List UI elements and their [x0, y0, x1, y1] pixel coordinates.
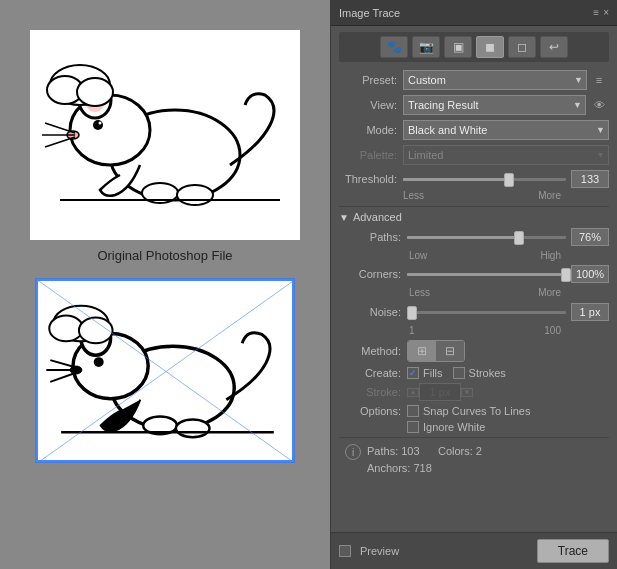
info-text: Paths: 103 Colors: 2 Anchors: 718: [367, 443, 482, 476]
threshold-thumb[interactable]: [504, 173, 514, 187]
noise-value[interactable]: 1 px: [571, 303, 609, 321]
preview-check: Preview: [339, 545, 399, 557]
original-label: Original Photoshop File: [97, 248, 232, 263]
strokes-checkbox[interactable]: [453, 367, 465, 379]
svg-point-15: [77, 78, 113, 106]
threshold-fill: [403, 178, 509, 181]
preset-dropdown-arrow: ▼: [574, 75, 583, 85]
preview-checkbox[interactable]: [339, 545, 351, 557]
toolbar-icon-outline[interactable]: ◻: [508, 36, 536, 58]
svg-point-12: [177, 185, 213, 205]
paths-track: [407, 236, 566, 239]
selection-overlay: [36, 279, 294, 462]
svg-point-24: [70, 366, 82, 374]
preset-menu-icon[interactable]: ≡: [589, 70, 609, 90]
corners-fill: [407, 273, 566, 276]
svg-line-25: [50, 360, 78, 368]
colors-info-label: Colors:: [438, 445, 473, 457]
threshold-less: Less: [403, 190, 424, 201]
toolbar-icon-trace[interactable]: 🐾: [380, 36, 408, 58]
noise-label: Noise:: [347, 306, 401, 318]
corners-slider-container[interactable]: [407, 267, 566, 281]
paths-low: Low: [409, 250, 427, 261]
fills-label: Fills: [423, 367, 443, 379]
noise-slider-container[interactable]: [407, 305, 566, 319]
preset-row: Preset: Custom ▼ ≡: [339, 70, 609, 90]
toolbar-icon-revert[interactable]: ↩: [540, 36, 568, 58]
stroke-spin-down: ▼: [461, 388, 473, 397]
preset-label: Preset:: [339, 74, 397, 86]
svg-point-20: [112, 346, 235, 429]
paths-label: Paths:: [347, 231, 401, 243]
image-trace-panel: Image Trace ≡ × 🐾 📷 ▣ ◼ ◻ ↩ Preset: Cust…: [330, 0, 617, 569]
svg-point-32: [79, 318, 113, 344]
threshold-value[interactable]: 133: [571, 170, 609, 188]
canvas-area: Original Photoshop File: [0, 0, 330, 569]
stroke-spin-up: ▲: [407, 388, 419, 397]
mode-dropdown-arrow: ▼: [596, 125, 605, 135]
svg-point-5: [93, 120, 103, 130]
view-row: View: Tracing Result ▼ 👁: [339, 95, 609, 115]
ignore-white-checkbox[interactable]: [407, 421, 419, 433]
palette-value: Limited: [408, 149, 443, 161]
svg-point-29: [176, 419, 210, 437]
original-image-container: [30, 30, 300, 240]
anchors-info-value: 718: [413, 462, 431, 474]
create-row: Create: Fills Strokes: [339, 367, 609, 379]
advanced-triangle-icon: ▼: [339, 212, 349, 223]
corners-track: [407, 273, 566, 276]
anchors-info-label: Anchors:: [367, 462, 410, 474]
svg-point-22: [81, 322, 111, 356]
paths-thumb[interactable]: [514, 231, 524, 245]
corners-less-more: Less More: [339, 287, 609, 298]
bottom-bar: Preview Trace: [331, 532, 617, 569]
toolbar-icon-black[interactable]: ◼: [476, 36, 504, 58]
info-row: i Paths: 103 Colors: 2 Anchors: 718: [339, 437, 609, 481]
corners-label: Corners:: [347, 268, 401, 280]
paths-info-value: 103: [401, 445, 419, 457]
corners-less: Less: [409, 287, 430, 298]
mode-value: Black and White: [408, 124, 487, 136]
advanced-header[interactable]: ▼ Advanced: [339, 211, 609, 223]
svg-point-30: [53, 306, 108, 342]
view-dropdown[interactable]: Tracing Result ▼: [403, 95, 586, 115]
advanced-label: Advanced: [353, 211, 402, 223]
ignore-white-label: Ignore White: [423, 421, 485, 433]
svg-rect-19: [36, 279, 293, 462]
mode-dropdown[interactable]: Black and White ▼: [403, 120, 609, 140]
method-overlapping-btn[interactable]: ⊟: [436, 341, 464, 361]
method-row: Method: ⊞ ⊟: [339, 340, 609, 362]
toolbar-row: 🐾 📷 ▣ ◼ ◻ ↩: [339, 32, 609, 62]
panel-menu-icon[interactable]: ≡: [593, 7, 599, 18]
method-label: Method:: [347, 345, 401, 357]
method-abutting-btn[interactable]: ⊞: [408, 341, 436, 361]
corners-more: More: [538, 287, 561, 298]
panel-close-icons: ≡ ×: [593, 7, 609, 18]
preset-dropdown[interactable]: Custom ▼: [403, 70, 587, 90]
trace-button[interactable]: Trace: [537, 539, 609, 563]
svg-point-31: [49, 316, 83, 342]
threshold-slider-container[interactable]: [403, 172, 566, 186]
svg-point-23: [94, 357, 104, 367]
toolbar-icon-bw[interactable]: ▣: [444, 36, 472, 58]
paths-slider-container[interactable]: [407, 230, 566, 244]
noise-track: [407, 311, 566, 314]
options-label: Options:: [347, 405, 401, 417]
corners-value[interactable]: 100%: [571, 265, 609, 283]
noise-min-max: 1 100: [339, 325, 609, 336]
divider1: [339, 206, 609, 207]
traced-image-svg: [36, 279, 294, 462]
toolbar-icon-photo[interactable]: 📷: [412, 36, 440, 58]
corners-thumb[interactable]: [561, 268, 571, 282]
traced-image-container: [35, 278, 295, 463]
paths-value[interactable]: 76%: [571, 228, 609, 246]
panel-titlebar: Image Trace ≡ ×: [331, 0, 617, 26]
fills-checkbox[interactable]: [407, 367, 419, 379]
corners-row: Corners: 100%: [339, 265, 609, 283]
view-dropdown-arrow: ▼: [573, 100, 582, 110]
view-eye-icon[interactable]: 👁: [589, 95, 609, 115]
threshold-row: Threshold: 133: [339, 170, 609, 188]
noise-thumb[interactable]: [407, 306, 417, 320]
snap-curves-checkbox[interactable]: [407, 405, 419, 417]
panel-close-icon[interactable]: ×: [603, 7, 609, 18]
